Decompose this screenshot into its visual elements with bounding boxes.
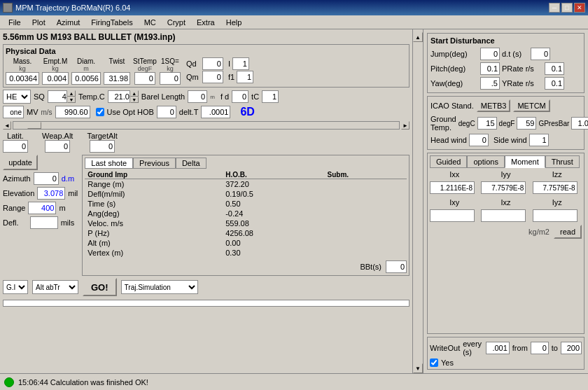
menu-crypt[interactable]: Crypt xyxy=(162,17,191,28)
results-tab-last-shote[interactable]: Last shote xyxy=(85,158,133,169)
close-button[interactable]: ✕ xyxy=(574,3,585,13)
thrust-tab[interactable]: Thrust xyxy=(545,155,580,168)
menu-mc[interactable]: MC xyxy=(139,17,162,28)
twist-input[interactable] xyxy=(104,72,130,85)
gpresbar-input[interactable] xyxy=(571,117,588,130)
update-button[interactable]: update xyxy=(3,155,38,170)
sq-spin-up[interactable]: ▲ xyxy=(67,90,76,97)
i-input[interactable] xyxy=(232,57,249,70)
use-opt-hob-checkbox[interactable] xyxy=(96,108,104,116)
tempc-spin-down[interactable]: ▼ xyxy=(130,97,139,103)
ixx-header: Ixx xyxy=(430,170,479,179)
go-button[interactable]: GO! xyxy=(83,278,117,296)
sq-spinbox[interactable]: ▲ ▼ xyxy=(48,90,76,103)
latit-label: Latit. xyxy=(7,132,24,140)
results-section: Last shote Previous Delta Ground Imp H.O… xyxy=(82,155,410,276)
diam-unit: m xyxy=(83,65,89,72)
side-wind-input[interactable] xyxy=(529,134,549,146)
sttemp-input[interactable] xyxy=(134,72,155,85)
ixy-input[interactable] xyxy=(430,209,475,222)
alt-select[interactable]: Alt abTr xyxy=(32,280,78,294)
time-result-label: Time (s) xyxy=(85,199,223,209)
from-input[interactable] xyxy=(531,342,549,354)
to-input[interactable] xyxy=(561,342,582,354)
delt-t-input[interactable] xyxy=(201,106,230,118)
sq-spin-down[interactable]: ▼ xyxy=(67,97,76,103)
hscroll-left-btn[interactable]: ◄ xyxy=(3,121,11,130)
yrate-input[interactable] xyxy=(545,77,564,90)
menu-plot[interactable]: Plot xyxy=(27,17,51,28)
range-label: Range xyxy=(3,204,25,212)
he-select[interactable]: HE xyxy=(3,90,31,104)
every-input[interactable] xyxy=(486,342,510,354)
range-unit: m xyxy=(59,204,65,212)
azimuth-input[interactable] xyxy=(34,172,59,185)
horizontal-scrollbar[interactable] xyxy=(13,121,400,130)
iyy-input[interactable] xyxy=(481,181,526,194)
mv-input[interactable] xyxy=(55,106,90,118)
f1-input[interactable] xyxy=(237,71,253,83)
range-input[interactable] xyxy=(28,202,56,214)
iyz-input[interactable] xyxy=(533,209,578,222)
gpresbar-header: GPresBar xyxy=(538,120,569,127)
fd-input[interactable] xyxy=(232,90,248,103)
moment-tab[interactable]: Moment xyxy=(505,155,545,168)
dt-input[interactable] xyxy=(531,48,550,60)
read-button[interactable]: read xyxy=(554,225,582,239)
tc-input[interactable] xyxy=(262,90,279,103)
bbt-input[interactable] xyxy=(386,260,407,273)
vscroll-down-btn[interactable]: ▼ xyxy=(413,363,423,373)
metcm-button[interactable]: METCM xyxy=(513,99,550,112)
icao-section: ICAO Stand. METB3 METCM GroundTemp. degC… xyxy=(427,96,584,150)
menu-file[interactable]: File xyxy=(3,17,27,28)
barel-length-input[interactable] xyxy=(188,90,207,103)
hscroll-right-btn[interactable]: ► xyxy=(401,121,410,130)
latit-input[interactable] xyxy=(3,140,28,153)
jump-input[interactable] xyxy=(480,48,500,60)
defl-unit: mils xyxy=(61,218,75,227)
sq-input[interactable] xyxy=(160,72,181,85)
qd-input[interactable] xyxy=(202,57,223,70)
elevation-input[interactable] xyxy=(37,187,65,200)
weap-alt-input[interactable] xyxy=(45,140,70,153)
gi-select[interactable]: G.I. xyxy=(3,280,28,294)
options-tab[interactable]: options xyxy=(467,155,504,168)
menu-azimut[interactable]: Azimut xyxy=(51,17,86,28)
minimize-button[interactable]: ─ xyxy=(549,3,560,13)
emptm-input[interactable] xyxy=(42,72,69,85)
pitch-input[interactable] xyxy=(480,62,500,75)
tempc-spin-up[interactable]: ▲ xyxy=(130,90,139,97)
barel-length-label: Barel Length xyxy=(141,92,185,101)
hob-value-input[interactable] xyxy=(157,106,176,118)
head-wind-input[interactable] xyxy=(469,134,489,146)
mass-input[interactable] xyxy=(6,72,39,85)
ground-degc-input[interactable] xyxy=(477,117,497,130)
defl-result-value: 0.19/0.5 xyxy=(223,189,324,199)
ground-degf-input[interactable] xyxy=(517,117,536,130)
metb3-button[interactable]: METB3 xyxy=(477,99,511,112)
target-alt-input[interactable] xyxy=(90,140,115,153)
izz-input[interactable] xyxy=(533,181,578,194)
qm-input[interactable] xyxy=(202,71,223,83)
one-input[interactable] xyxy=(3,106,24,118)
menu-help[interactable]: Help xyxy=(220,17,248,28)
diam-input[interactable] xyxy=(71,72,101,85)
start-disturbance-section: Start Disturbance Jump(deg) d.t (s) Pitc… xyxy=(427,33,584,93)
guided-tab[interactable]: Guided xyxy=(430,155,467,168)
prate-input[interactable] xyxy=(545,62,564,75)
start-disturbance-title: Start Disturbance xyxy=(430,36,581,45)
vscroll-up-btn[interactable]: ▲ xyxy=(413,32,423,42)
results-tab-previous[interactable]: Previous xyxy=(133,158,176,169)
yes-checkbox[interactable] xyxy=(430,358,438,367)
tempc-spinbox[interactable]: ▲ ▼ xyxy=(108,90,139,103)
sim-select[interactable]: Traj.Simulation xyxy=(121,280,198,294)
menu-firingtabels[interactable]: FiringTabels xyxy=(85,17,138,28)
results-tab-delta[interactable]: Delta xyxy=(176,158,206,169)
defl-input[interactable] xyxy=(30,216,58,229)
ixz-input[interactable] xyxy=(481,209,526,222)
menu-extra[interactable]: Extra xyxy=(191,17,220,28)
vertical-scrollbar[interactable]: ▲ ▼ xyxy=(412,29,424,373)
maximize-button[interactable]: □ xyxy=(561,3,573,13)
ixx-input[interactable] xyxy=(430,181,475,194)
yaw-input[interactable] xyxy=(480,77,500,90)
